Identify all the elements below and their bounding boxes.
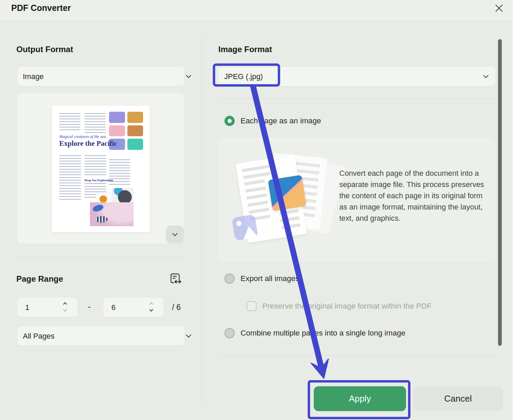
radio-export-all[interactable]: [224, 274, 235, 284]
page-to-stepper[interactable]: [103, 298, 164, 317]
apply-button[interactable]: Apply: [314, 386, 406, 411]
total-pages-label: / 6: [172, 303, 181, 312]
page-preview-thumbnail: Magical creatures of the sea. Explore th…: [52, 106, 150, 232]
stepper-down-icon[interactable]: [149, 308, 153, 311]
blue-fish: [92, 203, 104, 213]
page-range-heading: Page Range: [16, 274, 63, 284]
page-preview-card: Magical creatures of the sea. Explore th…: [17, 93, 184, 244]
coral-image: [127, 112, 143, 123]
preview-text-lines: [59, 155, 81, 200]
image-format-dropdown[interactable]: JPEG (.jpg): [218, 67, 496, 86]
output-format-dropdown[interactable]: Image: [17, 67, 184, 86]
page-from-stepper[interactable]: [17, 298, 78, 317]
page-range-icon: [169, 283, 184, 288]
chevron-down-icon: [483, 73, 489, 78]
preview-subheading: Deep Sea Exploration: [84, 178, 113, 182]
coral-image: [109, 125, 125, 137]
chevron-down-icon: [186, 332, 191, 338]
panel-divider: [202, 34, 202, 405]
preview-coral-photo: [90, 202, 134, 226]
close-button[interactable]: [492, 1, 506, 16]
option-description: Convert each page of the document into a…: [339, 168, 490, 224]
radio-combine-pages[interactable]: [224, 328, 235, 338]
coral-image: [127, 139, 143, 150]
cancel-button-label: Cancel: [444, 393, 472, 404]
image-format-value: JPEG (.jpg): [224, 72, 263, 81]
radio-dot: [228, 119, 232, 123]
radio-each-page-label[interactable]: Each page as an image: [240, 116, 321, 125]
preserve-format-checkbox[interactable]: [247, 301, 256, 311]
preview-expand-button[interactable]: [166, 225, 184, 244]
preview-title: Explore the Pacific: [59, 139, 117, 148]
pages-mode-dropdown[interactable]: All Pages: [17, 326, 184, 346]
titlebar: PDF Converter: [0, 0, 512, 21]
output-format-heading: Output Format: [16, 45, 73, 54]
preserve-format-label[interactable]: Preserve the original image format withi…: [262, 302, 431, 311]
apply-button-label: Apply: [349, 393, 371, 404]
right-divider-bottom: [219, 355, 496, 355]
stepper-up-icon[interactable]: [149, 302, 153, 306]
pages-mode-value: All Pages: [23, 332, 55, 341]
coral-image: [109, 112, 125, 123]
preview-text-lines: [84, 113, 106, 133]
chart-thumbnail: [268, 175, 306, 211]
radio-combine-pages-label[interactable]: Combine multiple pages into a single lon…: [240, 329, 405, 338]
preview-text-lines: [59, 113, 80, 131]
pdf-converter-dialog: PDF Converter Output Format Image Magica…: [0, 0, 513, 420]
output-format-value: Image: [23, 72, 44, 81]
chevron-down-icon: [172, 231, 178, 236]
stepper-down-icon[interactable]: [63, 308, 67, 311]
image-format-heading: Image Format: [218, 45, 272, 54]
striped-fish: [95, 216, 108, 223]
preview-text-lines: [84, 155, 106, 176]
chevron-down-icon: [186, 73, 191, 78]
right-divider-top: [218, 99, 496, 99]
stepper-up-icon[interactable]: [63, 302, 67, 306]
range-dash: -: [88, 302, 91, 311]
pages-illustration: [231, 148, 343, 250]
radio-export-all-label[interactable]: Export all images: [240, 274, 299, 283]
close-icon: [494, 3, 504, 15]
image-icon: [232, 214, 258, 241]
preview-tagline: Magical creatures of the sea.: [59, 134, 107, 139]
cancel-button[interactable]: Cancel: [413, 387, 503, 411]
custom-range-button[interactable]: [167, 271, 182, 286]
dialog-title: PDF Converter: [11, 3, 71, 13]
left-divider: [16, 257, 185, 258]
scrollbar-thumb[interactable]: [498, 39, 502, 346]
option-description-card: Convert each page of the document into a…: [218, 138, 496, 262]
radio-each-page[interactable]: [224, 116, 235, 126]
coral-image: [127, 125, 143, 137]
